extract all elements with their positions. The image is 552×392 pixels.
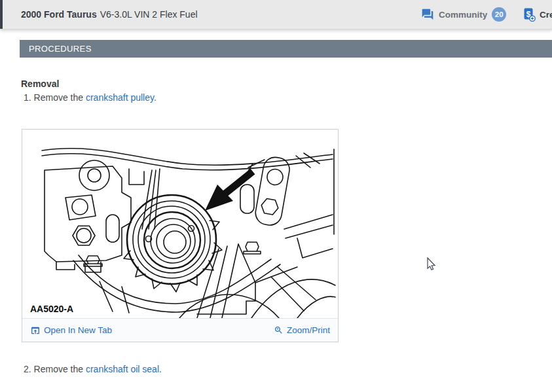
pointer-arrow: [205, 171, 253, 211]
procedures-section-header[interactable]: PROCEDURES: [20, 40, 552, 58]
vehicle-title-bold: 2000 Ford Taurus: [21, 9, 97, 20]
open-in-new-tab-link[interactable]: Open In New Tab: [30, 325, 112, 336]
page: 2000 Ford Taurus V6-3.0L VIN 2 Flex Fuel…: [0, 0, 552, 392]
procedures-label: PROCEDURES: [29, 44, 92, 54]
mouse-cursor: [426, 257, 437, 272]
open-in-browser-icon: [30, 325, 41, 336]
crankshaft-pulley-link[interactable]: crankshaft pulley.: [86, 92, 156, 103]
figure-area: AA5020-A: [22, 130, 338, 318]
forum-icon: [421, 8, 434, 21]
step-2: 2. Remove the crankshaft oil seal.: [24, 364, 162, 374]
vehicle-title-rest: V6-3.0L VIN 2 Flex Fuel: [100, 9, 198, 20]
credits-label: Cre: [540, 10, 552, 20]
step-2-suffix: .: [159, 364, 162, 374]
step-2-number: 2.: [24, 364, 31, 374]
vehicle-title: 2000 Ford Taurus V6-3.0L VIN 2 Flex Fuel: [21, 0, 198, 29]
top-bar: 2000 Ford Taurus V6-3.0L VIN 2 Flex Fuel…: [0, 0, 552, 29]
step-1-number: 1.: [24, 92, 31, 103]
dollar-tag-plus-icon: $: [522, 7, 536, 22]
community-label: Community: [439, 10, 487, 20]
open-in-new-tab-label: Open In New Tab: [44, 325, 112, 335]
credits-button[interactable]: $ Cre: [522, 0, 552, 29]
removal-heading: Removal: [21, 79, 59, 89]
left-edge-strip: [0, 0, 3, 29]
community-count-badge: 20: [492, 7, 506, 22]
zoom-print-link[interactable]: Zoom/Print: [274, 325, 330, 335]
community-button[interactable]: Community 20: [421, 0, 506, 29]
zoom-print-label: Zoom/Print: [287, 325, 330, 335]
step-1-text: Remove the: [34, 92, 83, 103]
step-1: 1. Remove the crankshaft pulley.: [24, 92, 156, 103]
crankshaft-oil-seal-link[interactable]: crankshaft oil seal: [86, 364, 159, 374]
step-2-text: Remove the: [34, 364, 83, 374]
zoom-in-icon: [274, 325, 284, 335]
crankshaft-pulley-diagram: [22, 130, 338, 318]
figure-footer: Open In New Tab Zoom/Print: [22, 318, 338, 342]
figure-card: AA5020-A Open In New Tab Zoom/Print: [22, 129, 339, 342]
figure-label: AA5020-A: [30, 304, 73, 314]
